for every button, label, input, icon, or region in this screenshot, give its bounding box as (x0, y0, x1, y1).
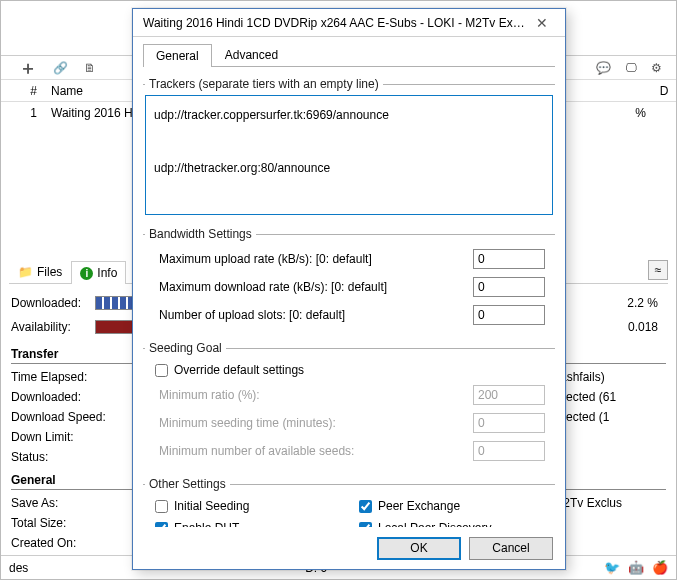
status-des: des (9, 561, 28, 575)
other-legend: Other Settings (145, 477, 230, 491)
tab-info-label: Info (97, 266, 117, 280)
tab-advanced[interactable]: Advanced (212, 43, 291, 66)
file-icon[interactable]: 🗎 (84, 61, 96, 75)
local-peer-checkbox[interactable] (359, 522, 372, 528)
tab-info[interactable]: i Info (71, 261, 126, 284)
row-percent: % (635, 102, 646, 124)
max-download-input[interactable] (473, 277, 545, 297)
chat-icon[interactable]: 💬 (596, 61, 611, 75)
downloaded-value: 2.2 % (616, 296, 666, 310)
enable-dht-row[interactable]: Enable DHT (145, 517, 349, 527)
time-elapsed-label: Time Elapsed: (11, 370, 135, 384)
override-label: Override default settings (174, 363, 304, 377)
initial-seeding-label: Initial Seeding (174, 499, 249, 513)
local-peer-row[interactable]: Local Peer Discovery (349, 517, 553, 527)
downloaded-label: Downloaded: (11, 296, 95, 310)
bandwidth-fieldset: Bandwidth Settings Maximum upload rate (… (143, 227, 555, 331)
min-seeds-label: Minimum number of available seeds: (145, 444, 473, 458)
add-icon[interactable]: ＋ (19, 56, 37, 80)
dialog-footer: OK Cancel (133, 527, 565, 569)
down-limit-label: Down Limit: (11, 430, 135, 444)
folder-icon: 📁 (18, 265, 33, 279)
enable-dht-checkbox[interactable] (155, 522, 168, 528)
downloaded2-label: Downloaded: (11, 390, 135, 404)
created-on-label: Created On: (11, 536, 135, 550)
row-number: 1 (1, 106, 47, 120)
ok-button[interactable]: OK (377, 537, 461, 560)
dialog-title: Waiting 2016 Hindi 1CD DVDRip x264 AAC E… (139, 16, 525, 30)
min-ratio-label: Minimum ratio (%): (145, 388, 473, 402)
seeding-fieldset: Seeding Goal Override default settings M… (143, 341, 555, 467)
col-number[interactable]: # (1, 84, 47, 98)
total-size-label: Total Size: (11, 516, 135, 530)
upload-slots-label: Number of upload slots: [0: default] (145, 308, 473, 322)
trackers-fieldset: Trackers (separate tiers with an empty l… (143, 77, 555, 217)
cancel-button[interactable]: Cancel (469, 537, 553, 560)
tab-files[interactable]: 📁 Files (9, 260, 71, 283)
max-upload-input[interactable] (473, 249, 545, 269)
status-label: Status: (11, 450, 135, 464)
peer-exchange-row[interactable]: Peer Exchange (349, 495, 553, 517)
download-speed-label: Download Speed: (11, 410, 135, 424)
trackers-textarea[interactable]: udp://tracker.coppersurfer.tk:6969/annou… (146, 96, 552, 214)
dialog-titlebar[interactable]: Waiting 2016 Hindi 1CD DVDRip x264 AAC E… (133, 9, 565, 37)
twitter-icon[interactable]: 🐦 (604, 560, 620, 575)
availability-value: 0.018 (616, 320, 666, 334)
info-icon: i (80, 267, 93, 280)
override-checkbox-row[interactable]: Override default settings (145, 359, 553, 381)
upload-slots-input[interactable] (473, 305, 545, 325)
tab-files-label: Files (37, 265, 62, 279)
seeding-legend: Seeding Goal (145, 341, 226, 355)
enable-dht-label: Enable DHT (174, 521, 239, 527)
initial-seeding-checkbox[interactable] (155, 500, 168, 513)
properties-dialog: Waiting 2016 Hindi 1CD DVDRip x264 AAC E… (132, 8, 566, 570)
android-icon[interactable]: 🤖 (628, 560, 644, 575)
save-as-label: Save As: (11, 496, 135, 510)
collapse-button[interactable]: ≈ (648, 260, 668, 280)
trackers-legend: Trackers (separate tiers with an empty l… (145, 77, 383, 91)
initial-seeding-row[interactable]: Initial Seeding (145, 495, 349, 517)
max-upload-label: Maximum upload rate (kB/s): [0: default] (145, 252, 473, 266)
gear-icon[interactable]: ⚙ (651, 61, 662, 75)
max-download-label: Maximum download rate (kB/s): [0: defaul… (145, 280, 473, 294)
peer-exchange-label: Peer Exchange (378, 499, 460, 513)
bandwidth-legend: Bandwidth Settings (145, 227, 256, 241)
min-ratio-input (473, 385, 545, 405)
min-seed-time-input (473, 413, 545, 433)
apple-icon[interactable]: 🍎 (652, 560, 668, 575)
link-icon[interactable]: 🔗 (53, 61, 68, 75)
min-seeds-input (473, 441, 545, 461)
dialog-tabs: General Advanced (143, 43, 555, 67)
col-d[interactable]: D (652, 84, 676, 98)
min-seed-time-label: Minimum seeding time (minutes): (145, 416, 473, 430)
monitor-icon[interactable]: 🖵 (625, 61, 637, 75)
availability-label: Availability: (11, 320, 95, 334)
local-peer-label: Local Peer Discovery (378, 521, 491, 527)
other-fieldset: Other Settings Initial Seeding Enable DH… (143, 477, 555, 527)
tab-general[interactable]: General (143, 44, 212, 67)
peer-exchange-checkbox[interactable] (359, 500, 372, 513)
dialog-close-icon[interactable]: ✕ (525, 15, 559, 31)
override-checkbox[interactable] (155, 364, 168, 377)
